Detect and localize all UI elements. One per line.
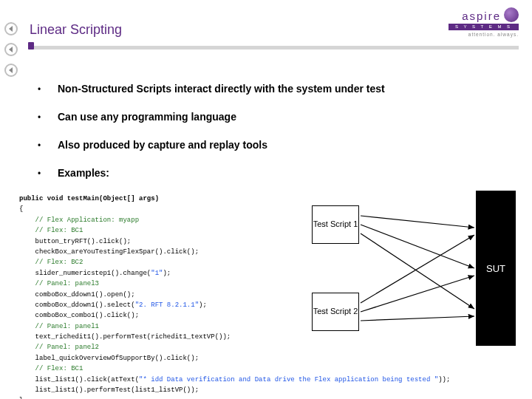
code-line: );: [199, 301, 207, 309]
code-line: ));: [438, 376, 450, 383]
code-line: checkBox_areYouTestingFlexSpar().click()…: [35, 248, 199, 256]
code-comment: // Panel: panel2: [35, 344, 99, 351]
code-comment: // Flex: BC1: [35, 365, 83, 372]
bullet-dot: •: [37, 111, 41, 123]
code-line: comboBox_ddown1().select(: [35, 301, 135, 309]
nav-prev-2[interactable]: [4, 43, 18, 56]
logo-icon: [504, 7, 519, 22]
code-line: slider_numericstep1().change(: [35, 270, 151, 277]
slide-nav: [4, 22, 18, 77]
svg-line-5: [361, 316, 474, 321]
bullet-text: Can use any programming language: [58, 111, 236, 123]
chevron-left-icon: [9, 47, 13, 52]
diagram-arrows: [309, 191, 516, 349]
code-line: label_quickOverviewOfSupportBy().click()…: [35, 355, 199, 362]
logo-tagline: attention. always.: [449, 32, 519, 37]
svg-line-0: [361, 216, 474, 228]
code-line: list_list1().performTest(list1_listVP())…: [35, 386, 199, 394]
bullet-text: Non-Structured Scripts interact directly…: [58, 83, 385, 95]
nav-prev-1[interactable]: [4, 22, 18, 35]
chevron-left-icon: [9, 67, 13, 73]
bullet-dot: •: [37, 139, 41, 151]
slide-header: Linear Scripting: [28, 18, 519, 62]
architecture-diagram: Test Script 1 Test Script 2 SUT: [309, 191, 516, 349]
code-line: comboBox_ddown1().open();: [35, 291, 135, 299]
bullet-text: Also produced by capture and replay tool…: [58, 139, 267, 151]
code-comment: // Panel: panel1: [35, 323, 99, 330]
code-line: );: [163, 270, 171, 277]
chevron-left-icon: [9, 26, 13, 32]
nav-prev-3[interactable]: [4, 64, 18, 77]
code-line: {: [19, 205, 23, 213]
code-comment: // Flex Application: myapp: [35, 216, 139, 224]
title-rule: [28, 42, 519, 51]
bullet-list: • Non-Structured Scripts interact direct…: [37, 83, 510, 195]
svg-line-4: [361, 276, 474, 312]
code-line: public void testMain(Object[] args): [19, 195, 159, 202]
bullet-text: Examples:: [58, 167, 109, 179]
bullet-item: • Can use any programming language: [37, 111, 510, 123]
svg-line-1: [361, 225, 474, 268]
code-line: list_list1().click(atText(: [35, 376, 139, 383]
code-line: comboBox_combo1().click();: [35, 312, 139, 319]
code-line: text_richedit1().performTest(richedit1_t…: [35, 333, 231, 341]
bullet-item: • Examples:: [37, 167, 510, 179]
code-comment: // Flex: BC1: [35, 227, 83, 234]
bullet-item: • Non-Structured Scripts interact direct…: [37, 83, 510, 95]
code-string: "2. RFT 8.2.1.1": [135, 301, 199, 309]
code-line: button_tryRFT().click();: [35, 238, 132, 245]
brand-logo: aspire S Y S T E M S attention. always.: [449, 7, 519, 37]
slide-title: Linear Scripting: [30, 22, 519, 38]
logo-subtext: S Y S T E M S: [449, 24, 519, 30]
code-string: "* idd Data verification and Data drive …: [139, 376, 438, 383]
code-example: public void testMain(Object[] args) { //…: [19, 194, 300, 399]
code-comment: // Panel: panel3: [35, 280, 99, 287]
code-string: "1": [151, 270, 163, 277]
bullet-dot: •: [37, 167, 41, 179]
code-comment: // Flex: BC2: [35, 259, 83, 266]
logo-text: aspire: [462, 10, 501, 22]
bullet-dot: •: [37, 83, 41, 95]
bullet-item: • Also produced by capture and replay to…: [37, 139, 510, 151]
